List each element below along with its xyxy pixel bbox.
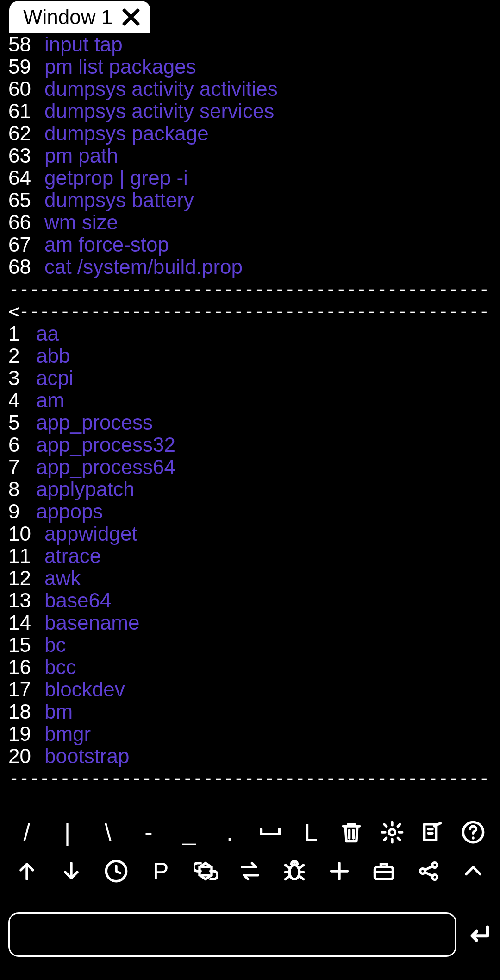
underscore-key[interactable]: _ <box>175 818 203 846</box>
swap-icon[interactable] <box>236 857 264 885</box>
line-number: 16 <box>8 656 44 678</box>
L-key[interactable]: L <box>297 818 325 846</box>
clock-icon[interactable] <box>102 857 130 885</box>
divider-right-2: ----------------------------------------… <box>8 767 492 790</box>
command-text: am force-stop <box>44 234 169 256</box>
plus-icon[interactable] <box>325 857 353 885</box>
history-row[interactable]: 67am force-stop <box>8 234 492 256</box>
list-row[interactable]: 15bc <box>8 634 492 656</box>
history-row[interactable]: 59pm list packages <box>8 56 492 78</box>
gear-icon[interactable] <box>378 818 406 846</box>
command-text: aa <box>36 322 59 345</box>
command-text: basename <box>44 612 139 634</box>
command-text: acpi <box>36 367 74 389</box>
line-number: 3 <box>8 367 36 389</box>
line-number: 2 <box>8 345 36 367</box>
toolbar-row-2: P <box>13 853 487 889</box>
list-row[interactable]: 7app_process64 <box>8 456 492 478</box>
help-icon[interactable] <box>459 818 487 846</box>
command-text: base64 <box>44 589 111 612</box>
line-number: 58 <box>8 33 44 56</box>
list-row[interactable]: 2abb <box>8 345 492 367</box>
edit-icon[interactable] <box>419 818 446 846</box>
command-text: bootstrap <box>44 745 129 767</box>
list-row[interactable]: 1aa <box>8 322 492 345</box>
history-row[interactable]: 62dumpsys package <box>8 122 492 145</box>
command-text: dumpsys activity activities <box>44 78 278 100</box>
arrow-up-icon[interactable] <box>13 857 41 885</box>
svg-point-4 <box>290 865 300 879</box>
line-number: 65 <box>8 189 44 211</box>
list-row[interactable]: 13base64 <box>8 589 492 612</box>
tab-title: Window 1 <box>23 6 112 29</box>
line-number: 8 <box>8 478 36 500</box>
enter-button[interactable] <box>466 921 492 948</box>
arrow-down-icon[interactable] <box>57 857 85 885</box>
command-text: bm <box>44 701 73 723</box>
command-text: dumpsys activity services <box>44 100 274 122</box>
line-number: 1 <box>8 322 36 345</box>
command-text: getprop | grep -i <box>44 167 188 189</box>
trash-icon[interactable] <box>338 818 365 846</box>
history-row[interactable]: 58input tap <box>8 33 492 56</box>
list-row[interactable]: 16bcc <box>8 656 492 678</box>
command-text: abb <box>36 345 70 367</box>
list-row[interactable]: 10appwidget <box>8 523 492 545</box>
close-icon[interactable] <box>121 7 141 27</box>
window-tab[interactable]: Window 1 <box>9 1 150 33</box>
command-text: pm list packages <box>44 56 196 78</box>
list-row[interactable]: 19bmgr <box>8 723 492 745</box>
dash-key[interactable]: - <box>135 818 162 846</box>
line-number: 60 <box>8 78 44 100</box>
line-number: 63 <box>8 145 44 167</box>
command-text: app_process64 <box>36 456 175 478</box>
chain-icon[interactable] <box>192 857 219 885</box>
command-text: pm path <box>44 145 118 167</box>
toolbar-row-1: / | \ - _ . L <box>13 814 487 850</box>
command-text: app_process32 <box>36 434 175 456</box>
history-row[interactable]: 64getprop | grep -i <box>8 167 492 189</box>
list-row[interactable]: 3acpi <box>8 367 492 389</box>
P-key[interactable]: P <box>147 857 175 885</box>
list-row[interactable]: 20bootstrap <box>8 745 492 767</box>
history-row[interactable]: 60dumpsys activity activities <box>8 78 492 100</box>
dot-key[interactable]: . <box>216 818 244 846</box>
line-number: 66 <box>8 211 44 234</box>
command-text: atrace <box>44 545 101 567</box>
history-row[interactable]: 65dumpsys battery <box>8 189 492 211</box>
history-row[interactable]: 63pm path <box>8 145 492 167</box>
command-input[interactable] <box>8 912 456 957</box>
list-row[interactable]: 11atrace <box>8 545 492 567</box>
list-row[interactable]: 8applypatch <box>8 478 492 500</box>
list-row[interactable]: 18bm <box>8 701 492 723</box>
command-text: app_process <box>36 411 153 434</box>
command-text: bcc <box>44 656 76 678</box>
briefcase-icon[interactable] <box>370 857 398 885</box>
command-text: input tap <box>44 33 123 56</box>
share-icon[interactable] <box>415 857 443 885</box>
list-row[interactable]: 5app_process <box>8 411 492 434</box>
list-row[interactable]: 12awk <box>8 567 492 589</box>
space-key[interactable] <box>256 818 284 846</box>
history-row[interactable]: 66wm size <box>8 211 492 234</box>
command-text: bmgr <box>44 723 91 745</box>
bug-icon[interactable] <box>281 857 308 885</box>
line-number: 10 <box>8 523 44 545</box>
list-row[interactable]: 4am <box>8 389 492 411</box>
list-row[interactable]: 6app_process32 <box>8 434 492 456</box>
history-row[interactable]: 61dumpsys activity services <box>8 100 492 122</box>
list-row[interactable]: 17blockdev <box>8 678 492 701</box>
command-text: dumpsys battery <box>44 189 194 211</box>
history-row[interactable]: 68cat /system/build.prop <box>8 256 492 278</box>
pipe-key[interactable]: | <box>54 818 81 846</box>
backslash-key[interactable]: \ <box>94 818 122 846</box>
line-number: 5 <box>8 411 36 434</box>
list-row[interactable]: 14basename <box>8 612 492 634</box>
slash-key[interactable]: / <box>13 818 41 846</box>
divider-left: <---------------------------------------… <box>8 300 492 322</box>
command-text: awk <box>44 567 81 589</box>
list-row[interactable]: 9appops <box>8 500 492 523</box>
line-number: 59 <box>8 56 44 78</box>
terminal-output[interactable]: 58input tap59pm list packages60dumpsys a… <box>0 33 500 790</box>
chevron-up-icon[interactable] <box>459 857 487 885</box>
